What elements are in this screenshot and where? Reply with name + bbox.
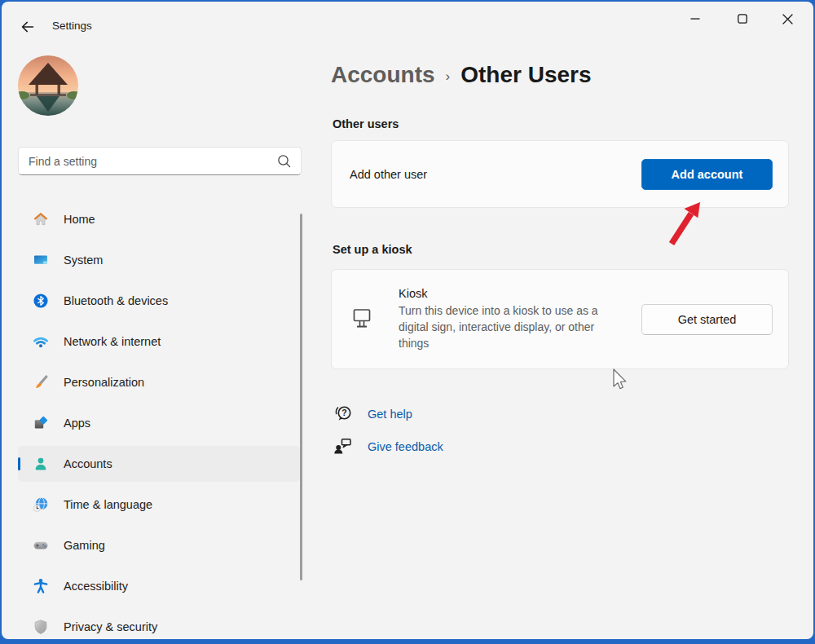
back-button[interactable] xyxy=(16,15,39,38)
sidebar-item-home[interactable]: Home xyxy=(18,201,300,237)
sidebar-item-label: Accessibility xyxy=(64,580,128,593)
sidebar-item-bluetooth[interactable]: Bluetooth & devices xyxy=(18,283,300,319)
system-icon xyxy=(33,252,49,268)
network-icon xyxy=(33,333,49,350)
sidebar-item-personalization[interactable]: Personalization xyxy=(18,364,300,400)
sidebar-item-accessibility[interactable]: Accessibility xyxy=(18,568,300,604)
sidebar-item-label: Personalization xyxy=(64,376,144,389)
privacy-security-icon xyxy=(33,619,49,635)
give-feedback-row: Give feedback xyxy=(333,436,443,457)
sidebar-item-label: Bluetooth & devices xyxy=(64,294,168,307)
breadcrumb-separator-icon: › xyxy=(446,65,451,85)
bluetooth-icon xyxy=(33,293,49,309)
minimize-icon xyxy=(690,14,700,24)
sidebar-item-label: Apps xyxy=(64,417,90,430)
sidebar-item-time-language[interactable]: Time & language xyxy=(18,487,300,523)
give-feedback-link[interactable]: Give feedback xyxy=(368,440,443,453)
kiosk-section-title: Set up a kiosk xyxy=(333,243,412,256)
home-icon xyxy=(33,211,49,227)
get-started-button[interactable]: Get started xyxy=(641,304,773,335)
selected-indicator xyxy=(18,457,20,470)
user-avatar[interactable] xyxy=(18,55,78,116)
sidebar-item-label: Privacy & security xyxy=(64,620,157,633)
sidebar-item-label: Time & language xyxy=(64,498,152,511)
mouse-cursor-icon xyxy=(611,368,629,395)
close-button[interactable] xyxy=(769,7,806,31)
add-other-user-label: Add other user xyxy=(350,168,427,181)
maximize-button[interactable] xyxy=(724,7,761,31)
sidebar-item-privacy-security[interactable]: Privacy & security xyxy=(18,609,300,639)
search-box xyxy=(18,147,302,175)
sidebar-item-apps[interactable]: Apps xyxy=(18,405,300,441)
give-feedback-icon xyxy=(333,436,354,457)
avatar-image xyxy=(18,55,78,116)
sidebar-item-network[interactable]: Network & internet xyxy=(18,324,300,359)
sidebar-item-label: Gaming xyxy=(64,539,105,552)
sidebar-item-label: System xyxy=(64,254,103,267)
gaming-icon xyxy=(33,537,49,554)
accounts-icon xyxy=(33,456,49,472)
back-arrow-icon xyxy=(20,19,36,35)
search-icon[interactable] xyxy=(276,153,293,170)
kiosk-card-title: Kiosk xyxy=(399,287,641,300)
kiosk-card: Kiosk Turn this device into a kiosk to u… xyxy=(331,269,789,369)
sidebar-item-accounts[interactable]: Accounts xyxy=(18,446,300,482)
personalization-icon xyxy=(33,374,49,390)
close-icon xyxy=(782,14,793,24)
apps-icon xyxy=(33,415,49,431)
sidebar-item-system[interactable]: System xyxy=(18,242,300,278)
breadcrumb: Accounts › Other Users xyxy=(331,62,592,88)
maximize-icon xyxy=(738,14,747,24)
sidebar-item-label: Network & internet xyxy=(64,335,161,348)
settings-window: Settings xyxy=(2,2,813,639)
time-language-icon xyxy=(33,496,49,513)
breadcrumb-accounts[interactable]: Accounts xyxy=(331,62,435,88)
sidebar-item-gaming[interactable]: Gaming xyxy=(18,527,300,563)
get-help-icon: ? xyxy=(333,404,354,425)
add-account-button[interactable]: Add account xyxy=(641,159,773,190)
svg-text:?: ? xyxy=(341,408,346,417)
minimize-button[interactable] xyxy=(676,7,714,31)
accessibility-icon xyxy=(33,578,49,594)
app-title: Settings xyxy=(52,20,92,32)
titlebar: Settings xyxy=(2,2,813,37)
get-help-row: ? Get help xyxy=(333,404,412,425)
add-other-user-card: Add other user Add account xyxy=(331,140,789,208)
sidebar-item-label: Home xyxy=(64,213,95,226)
sidebar-item-label: Accounts xyxy=(64,457,112,470)
search-input[interactable] xyxy=(19,155,276,168)
kiosk-icon xyxy=(351,307,372,332)
sidebar-scrollbar[interactable] xyxy=(300,214,302,580)
kiosk-card-description: Turn this device into a kiosk to use as … xyxy=(399,302,625,351)
get-help-link[interactable]: Get help xyxy=(368,408,412,421)
other-users-section-title: Other users xyxy=(333,117,399,130)
page-title: Other Users xyxy=(460,62,591,88)
